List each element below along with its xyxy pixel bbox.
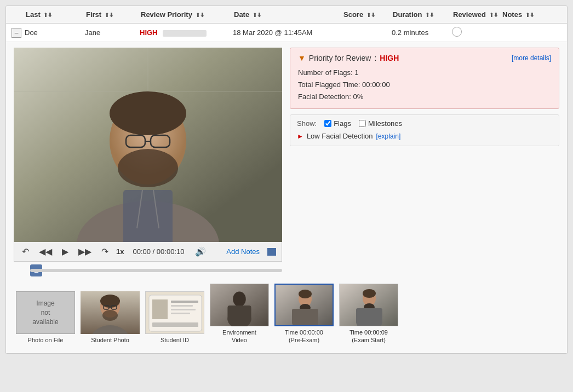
- priority-for-review-label: Priority for Review: [309, 54, 371, 62]
- svg-rect-25: [152, 299, 168, 319]
- priority-info: Number of Flags: 1 Total Flagged Time: 0…: [298, 67, 551, 103]
- reviewed-circle[interactable]: [452, 27, 462, 37]
- svg-rect-26: [171, 301, 198, 303]
- header-score[interactable]: Score ⬆⬇: [343, 10, 393, 19]
- svg-rect-30: [152, 322, 198, 327]
- skip-forward-button[interactable]: ▶▶: [76, 245, 94, 258]
- show-label: Show:: [297, 119, 317, 128]
- video-controls: ↶ ◀◀ ▶ ▶▶ ↷ 1x 00:00 / 00:00:10 🔊 Add No…: [14, 242, 282, 262]
- student-id-svg: [146, 292, 204, 334]
- thumb-time-9-img: [339, 284, 398, 326]
- expand-button[interactable]: –: [12, 28, 21, 38]
- header-reviewed[interactable]: Reviewed ⬆⬇: [453, 10, 502, 19]
- svg-point-9: [118, 149, 178, 187]
- flagged-time: Total Flagged Time: 00:00:00: [298, 79, 551, 91]
- time-display: 00:00 / 00:00:10: [133, 247, 184, 256]
- flag-item-label: Low Facial Detection: [307, 132, 373, 140]
- flags-count: Number of Flags: 1: [298, 67, 551, 79]
- forward-button[interactable]: ↷: [99, 245, 111, 258]
- thumb-student-photo[interactable]: Student Photo: [81, 291, 140, 344]
- cell-reviewed: [452, 27, 501, 38]
- triangle-icon: ▼: [298, 54, 306, 62]
- thumb-label-student-id: Student ID: [161, 336, 189, 344]
- thumb-env-video[interactable]: EnvironmentVideo: [210, 284, 269, 344]
- flags-checkbox-item[interactable]: Flags: [324, 119, 351, 128]
- svg-rect-5: [123, 190, 173, 242]
- thumbnails-row: Imagenotavailable Photo on File: [14, 280, 559, 348]
- video-area: ↶ ◀◀ ▶ ▶▶ ↷ 1x 00:00 / 00:00:10 🔊 Add No…: [14, 48, 282, 280]
- timeline-track[interactable]: [30, 269, 282, 272]
- thumb-photo-on-file[interactable]: Imagenotavailable Photo on File: [16, 291, 75, 344]
- main-container: Last ⬆⬇ First ⬆⬇ Review Priority ⬆⬇ Date…: [5, 5, 568, 354]
- svg-point-37: [299, 290, 312, 298]
- svg-rect-28: [171, 309, 196, 310]
- more-details-link[interactable]: [more details]: [512, 54, 551, 62]
- flags-list: ► Low Facial Detection [explain]: [297, 131, 552, 141]
- sort-icon-notes: ⬆⬇: [525, 12, 534, 18]
- header-priority[interactable]: Review Priority ⬆⬇: [141, 10, 234, 19]
- thumb-label-time-0: Time 00:00:00(Pre-Exam): [285, 328, 323, 344]
- thumb-time-0-img: [274, 284, 334, 326]
- env-video-svg: [210, 284, 268, 326]
- priority-value: HIGH: [380, 54, 399, 62]
- priority-colon: :: [374, 54, 376, 62]
- svg-rect-27: [171, 305, 193, 307]
- sort-icon-priority: ⬆⬇: [196, 12, 204, 18]
- table-row: – Doe Jane HIGH 18 Mar 2020 @ 11:45AM 0.…: [6, 24, 567, 42]
- header-last[interactable]: Last ⬆⬇: [26, 10, 86, 19]
- video-placeholder: [14, 48, 282, 242]
- play-button[interactable]: ▶: [60, 245, 71, 258]
- show-flags-area: Show: Flags Milestones ►: [290, 114, 559, 146]
- thumb-student-id-img: [145, 291, 204, 334]
- flags-checkbox-label: Flags: [334, 119, 351, 128]
- thumb-label-photo-on-file: Photo on File: [28, 336, 64, 344]
- priority-bar: [163, 30, 207, 37]
- thumb-label-env-video: EnvironmentVideo: [222, 328, 256, 344]
- thumb-time-0[interactable]: Time 00:00:00(Pre-Exam): [274, 284, 334, 344]
- sort-icon-reviewed: ⬆⬇: [489, 12, 498, 18]
- svg-rect-29: [171, 313, 190, 314]
- cell-duration: 0.2 minutes: [392, 28, 452, 37]
- svg-point-17: [100, 295, 120, 308]
- header-notes[interactable]: Notes ⬆⬇: [502, 10, 546, 19]
- thumb-label-student-photo: Student Photo: [91, 336, 129, 344]
- expanded-panel: ↶ ◀◀ ▶ ▶▶ ↷ 1x 00:00 / 00:00:10 🔊 Add No…: [6, 42, 567, 354]
- flags-checkbox[interactable]: [324, 120, 331, 127]
- facial-detection: Facial Detection: 0%: [298, 91, 551, 103]
- milestones-checkbox[interactable]: [359, 120, 366, 127]
- show-flags-row: Show: Flags Milestones: [297, 119, 552, 128]
- svg-rect-46: [356, 308, 382, 324]
- add-notes-link[interactable]: Add Notes: [226, 247, 260, 256]
- flag-item: ► Low Facial Detection [explain]: [297, 131, 552, 141]
- thumb-student-photo-img: [81, 291, 140, 334]
- svg-point-18: [102, 310, 118, 321]
- cell-priority: HIGH: [140, 28, 233, 37]
- thumb-unavailable-img: Imagenotavailable: [16, 291, 75, 334]
- volume-button[interactable]: 🔊: [193, 245, 208, 258]
- header-first[interactable]: First ⬆⬇: [86, 10, 141, 19]
- sort-icon-score: ⬆⬇: [366, 12, 375, 18]
- priority-panel-header: ▼ Priority for Review : HIGH [more detai…: [298, 54, 551, 62]
- sort-icon-first: ⬆⬇: [105, 12, 113, 18]
- time-9-svg: [340, 284, 398, 326]
- header-duration[interactable]: Duration ⬆⬇: [393, 10, 453, 19]
- notes-icon: [267, 248, 276, 256]
- video-frame: [14, 48, 282, 242]
- thumb-student-id[interactable]: Student ID: [145, 291, 204, 344]
- skip-back-button[interactable]: ◀◀: [37, 245, 54, 258]
- expanded-inner: ↶ ◀◀ ▶ ▶▶ ↷ 1x 00:00 / 00:00:10 🔊 Add No…: [14, 48, 559, 280]
- header-date[interactable]: Date ⬆⬇: [234, 10, 343, 19]
- rewind-button[interactable]: ↶: [20, 245, 31, 258]
- priority-header-left: ▼ Priority for Review : HIGH: [298, 54, 399, 62]
- priority-badge: HIGH: [140, 28, 158, 37]
- thumb-time-9[interactable]: Time 00:00:09(Exam Start): [339, 284, 398, 344]
- svg-point-32: [233, 291, 246, 306]
- thumb-label-time-9: Time 00:00:09(Exam Start): [349, 328, 388, 344]
- thumb-env-video-img: [210, 284, 269, 326]
- sort-icon-last: ⬆⬇: [43, 12, 52, 18]
- milestones-checkbox-label: Milestones: [368, 119, 402, 128]
- explain-link[interactable]: [explain]: [376, 132, 401, 140]
- timeline-bar[interactable]: ☰: [14, 265, 282, 276]
- milestones-checkbox-item[interactable]: Milestones: [359, 119, 402, 128]
- right-panel: ▼ Priority for Review : HIGH [more detai…: [290, 48, 559, 280]
